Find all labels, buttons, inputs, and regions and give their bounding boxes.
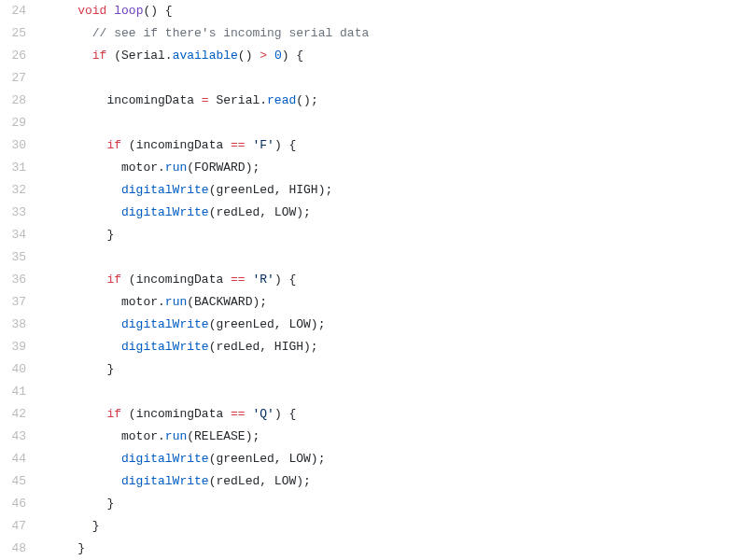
line-number: 26 [0,45,39,67]
line-content: } [39,358,114,381]
line-number: 24 [0,0,39,22]
line-content: digitalWrite(greenLed, LOW); [39,448,325,470]
line-number: 30 [0,134,39,157]
code-line: 44 digitalWrite(greenLed, LOW); [0,448,744,470]
code-line: 38 digitalWrite(greenLed, LOW); [0,314,744,336]
code-line: 28 incomingData = Serial.read(); [0,90,744,112]
line-number: 35 [0,246,39,269]
line-content: } [39,224,114,246]
code-line: 42 if (incomingData == 'Q') { [0,403,744,426]
code-line: 25 // see if there's incoming serial dat… [0,22,744,45]
line-number: 41 [0,381,39,403]
line-content: if (incomingData == 'F') { [39,134,296,157]
line-content: } [39,493,114,515]
line-content: } [39,515,100,538]
line-number: 46 [0,493,39,515]
line-content: digitalWrite(greenLed, LOW); [39,314,325,336]
code-line: 40 } [0,358,744,381]
code-line: 45 digitalWrite(redLed, LOW); [0,470,744,493]
code-line: 47 } [0,515,744,538]
line-content: motor.run(RELEASE); [39,426,260,448]
line-number: 33 [0,202,39,224]
line-number: 42 [0,403,39,426]
line-number: 34 [0,224,39,246]
line-number: 47 [0,515,39,538]
code-line: 31 motor.run(FORWARD); [0,157,744,179]
line-number: 48 [0,538,39,560]
line-number: 39 [0,336,39,358]
code-line: 41 [0,381,744,403]
code-line: 29 [0,112,744,134]
code-line: 43 motor.run(RELEASE); [0,426,744,448]
code-line: 37 motor.run(BACKWARD); [0,291,744,314]
line-content: digitalWrite(redLed, HIGH); [39,336,318,358]
code-line: 48 } [0,538,744,560]
line-content: if (incomingData == 'Q') { [39,403,296,426]
line-number: 38 [0,314,39,336]
line-content: if (Serial.available() > 0) { [39,45,303,67]
line-number: 45 [0,470,39,493]
code-line: 46 } [0,493,744,515]
code-line: 34 } [0,224,744,246]
line-number: 29 [0,112,39,134]
line-content: void loop() { [39,0,173,22]
line-number: 36 [0,269,39,291]
line-number: 25 [0,22,39,45]
line-content: if (incomingData == 'R') { [39,269,296,291]
code-line: 30 if (incomingData == 'F') { [0,134,744,157]
code-block: 24 void loop() {25 // see if there's inc… [0,0,744,560]
line-content: motor.run(BACKWARD); [39,291,267,314]
line-number: 43 [0,426,39,448]
line-number: 32 [0,179,39,202]
line-content: // see if there's incoming serial data [39,22,369,45]
code-line: 39 digitalWrite(redLed, HIGH); [0,336,744,358]
line-content: digitalWrite(greenLed, HIGH); [39,179,332,202]
line-content: digitalWrite(redLed, LOW); [39,470,311,493]
code-line: 27 [0,67,744,90]
line-number: 28 [0,90,39,112]
code-line: 26 if (Serial.available() > 0) { [0,45,744,67]
code-line: 36 if (incomingData == 'R') { [0,269,744,291]
line-content: motor.run(FORWARD); [39,157,260,179]
line-content: digitalWrite(redLed, LOW); [39,202,311,224]
code-line: 35 [0,246,744,269]
line-number: 27 [0,67,39,90]
line-number: 31 [0,157,39,179]
line-content: } [39,538,85,560]
code-line: 24 void loop() { [0,0,744,22]
code-line: 32 digitalWrite(greenLed, HIGH); [0,179,744,202]
line-content: incomingData = Serial.read(); [39,90,318,112]
line-number: 40 [0,358,39,381]
code-line: 33 digitalWrite(redLed, LOW); [0,202,744,224]
line-number: 37 [0,291,39,314]
line-number: 44 [0,448,39,470]
